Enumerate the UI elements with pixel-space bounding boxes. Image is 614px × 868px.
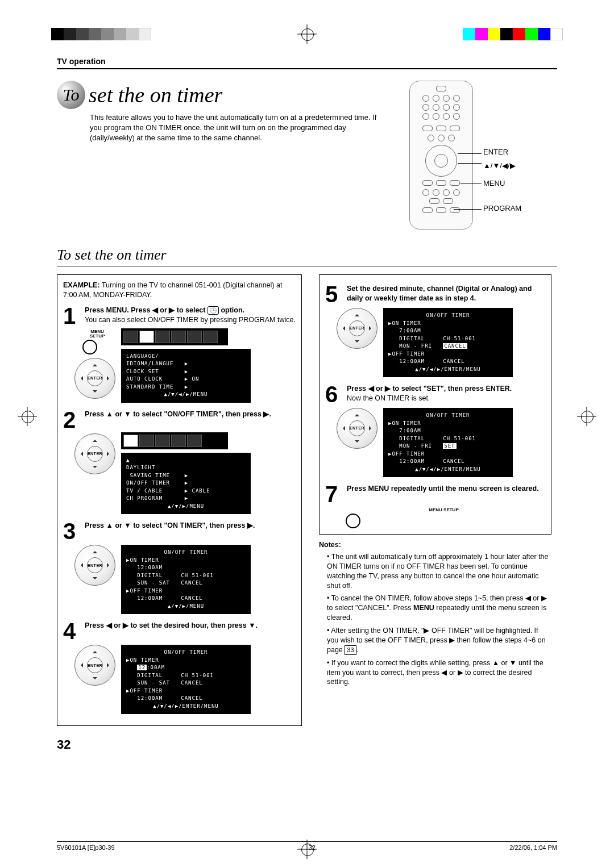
title-sphere-icon: To [57, 81, 85, 109]
color-bar [463, 28, 563, 40]
step-5: 5 Set the desired minute, channel (Digit… [325, 284, 545, 304]
step-number: 7 [325, 484, 342, 504]
step-number: 2 [63, 410, 80, 430]
menu-setup-label: MENU SETUP [79, 329, 115, 339]
right-column: 5 Set the desired minute, channel (Digit… [313, 274, 557, 726]
registration-mark-bottom-icon [300, 842, 314, 857]
example-block: EXAMPLE: Turning on the TV to channel 05… [63, 281, 296, 300]
dpad-icon: ENTER [74, 433, 115, 474]
menu-button-icon [82, 340, 97, 354]
section-header: TV operation [57, 57, 557, 66]
menu-setup-label: MENU SETUP [342, 508, 545, 512]
step-1-lead-b: option. [219, 306, 244, 314]
osd-screen-4: ON/OFF TIMER ▶ON TIMER 12:00AM DIGITAL C… [121, 645, 251, 714]
example-label: EXAMPLE: [63, 281, 100, 289]
step-2: 2 Press ▲ or ▼ to select "ON/OFF TIMER",… [63, 410, 296, 430]
dpad-icon: ENTER [337, 308, 377, 349]
note-2: To cancel the ON TIMER, follow above ste… [327, 594, 551, 623]
left-column: EXAMPLE: Turning on the TV to channel 05… [57, 274, 302, 726]
page-title: To set the on timer [57, 81, 392, 109]
step-5-lead: Set the desired minute, channel (Digital… [347, 285, 532, 302]
osd-screen-5: ON/OFF TIMER ▶ON TIMER 7:00AM DIGITAL CH… [383, 308, 513, 377]
notes-heading: Notes: [319, 540, 551, 550]
note-3: After setting the ON TIMER, "▶ OFF TIMER… [327, 626, 551, 655]
step-number: 4 [63, 621, 80, 641]
osd-screen-6: ON/OFF TIMER ▶ON TIMER 7:00AM DIGITAL CH… [383, 408, 513, 477]
footer-right: 2/22/06, 1:04 PM [509, 844, 557, 851]
leader-line [460, 183, 482, 183]
note-1: The unit will automatically turn off app… [327, 552, 551, 591]
page-number: 32 [57, 737, 557, 752]
step-3-lead: Press ▲ or ▼ to select "ON TIMER", then … [85, 521, 255, 529]
step-3: 3 Press ▲ or ▼ to select "ON TIMER", the… [63, 521, 296, 541]
step-number: 5 [325, 284, 342, 304]
intro-paragraph: This feature allows you to have the unit… [90, 112, 385, 144]
subheading-rule [57, 266, 557, 266]
dpad-icon: ENTER [74, 358, 115, 399]
step-1: 1 Press MENU. Press ◀ or ▶ to select 🕒 o… [63, 306, 296, 326]
callout-arrows: ▲/▼/◀/▶ [483, 161, 521, 170]
grayscale-bar [51, 28, 151, 40]
step-1-body: You can also select ON/OFF TIMER by pres… [85, 315, 296, 325]
remote-diagram [409, 81, 473, 229]
step-4-lead: Press ◀ or ▶ to set the desired hour, th… [85, 621, 258, 629]
step-4: 4 Press ◀ or ▶ to set the desired hour, … [63, 621, 296, 641]
leader-line [454, 209, 482, 210]
step-7-lead: Press MENU repeatedly until the menu scr… [347, 485, 539, 493]
remote-dpad-icon [425, 145, 457, 177]
leader-line [458, 153, 482, 154]
subheading: To set the on timer [57, 247, 557, 264]
dpad-icon: ENTER [74, 545, 115, 586]
footer-left: 5V60101A [E]p30-39 [57, 844, 115, 851]
osd-screen-3: ON/OFF TIMER ▶ON TIMER 12:00AM DIGITAL C… [121, 545, 251, 614]
step-number: 1 [63, 306, 80, 326]
remote-callouts: ENTER ▲/▼/◀/▶ MENU PROGRAM [483, 81, 521, 212]
step-2-lead: Press ▲ or ▼ to select "ON/OFF TIMER", t… [85, 410, 271, 418]
page-ref-box: 33 [345, 645, 356, 655]
note-4: If you want to correct the digits while … [327, 658, 551, 687]
menu-button-icon [346, 514, 360, 528]
osd-screen-1: LANGUAGE/ IDIOMA/LANGUE ▶ CLOCK SET ▶ AU… [121, 349, 251, 403]
dpad-icon: ENTER [337, 408, 377, 449]
notes-list: The unit will automatically turn off app… [319, 552, 551, 687]
step-6: 6 Press ◀ or ▶ to select "SET", then pre… [325, 384, 545, 404]
registration-mark-left-icon [20, 409, 35, 424]
manual-page: TV operation To set the on timer This fe… [0, 0, 614, 868]
step-number: 3 [63, 521, 80, 541]
osd-tab-icons [121, 432, 228, 449]
step-7: 7 Press MENU repeatedly until the menu s… [325, 484, 545, 504]
step-1-lead-a: Press MENU. Press ◀ or ▶ to select [85, 306, 208, 314]
registration-mark-right-icon [579, 409, 594, 424]
dpad-icon: ENTER [74, 645, 115, 686]
callout-program: PROGRAM [483, 204, 521, 213]
header-rule [57, 68, 557, 69]
step-number: 6 [325, 384, 342, 404]
osd-screen-2: ▲ DAYLIGHT SAVING TIME ▶ ON/OFF TIMER ▶ … [121, 453, 251, 515]
step-6-lead: Press ◀ or ▶ to select "SET", then press… [347, 385, 512, 393]
osd-tab-icons [121, 328, 228, 345]
registration-strip [0, 23, 614, 45]
registration-mark-icon [300, 27, 314, 41]
clock-option-icon: 🕒 [208, 306, 219, 315]
step-6-body: Now the ON TIMER is set. [347, 394, 545, 403]
callout-enter: ENTER [483, 148, 521, 157]
callout-menu: MENU [483, 179, 521, 188]
leader-line [458, 163, 482, 164]
title-text: set the on timer [89, 82, 222, 107]
